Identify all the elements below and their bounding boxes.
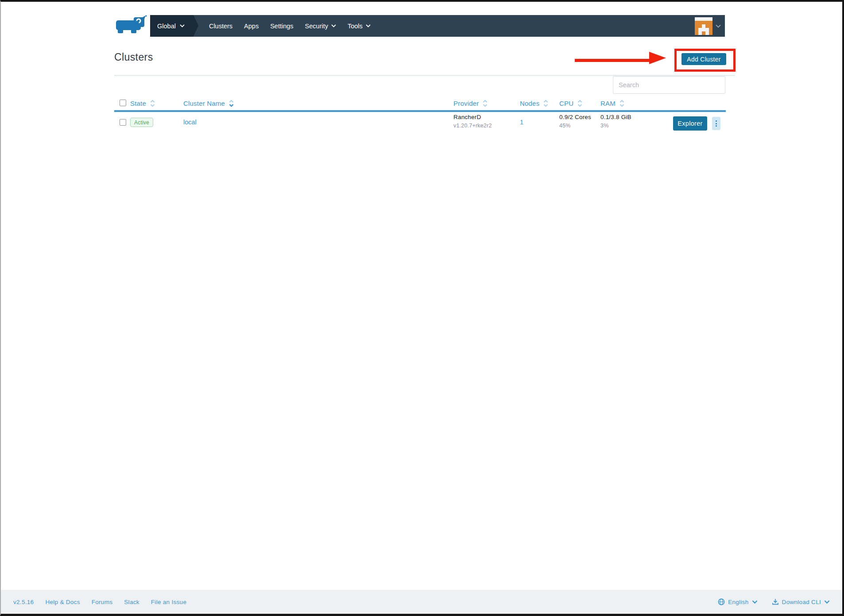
table-header-underline [114, 110, 726, 112]
chevron-down-icon [752, 600, 758, 604]
column-header-ram[interactable]: RAM [600, 100, 625, 107]
footer-link-forums[interactable]: Forums [92, 599, 113, 605]
nav-item-tools[interactable]: Tools [342, 15, 376, 37]
column-label: RAM [600, 100, 616, 107]
column-header-provider[interactable]: Provider [453, 100, 488, 107]
cpu-value: 0.9/2 Cores [559, 114, 591, 120]
column-label: Provider [453, 100, 479, 107]
avatar [695, 17, 712, 35]
language-label: English [728, 599, 748, 605]
nav-global-menu[interactable]: Global [150, 15, 194, 37]
annotation-arrow-head [649, 52, 666, 64]
footer-link-help-docs[interactable]: Help & Docs [45, 599, 80, 605]
sort-icon [619, 100, 625, 107]
sort-icon [543, 100, 549, 107]
nav-item-label: Apps [244, 23, 259, 30]
footer-link-slack[interactable]: Slack [124, 599, 139, 605]
kebab-menu-icon [716, 120, 717, 122]
version-label[interactable]: v2.5.16 [13, 599, 34, 605]
column-label: Nodes [520, 100, 539, 107]
nav-item-apps[interactable]: Apps [238, 15, 264, 37]
sort-icon [482, 100, 488, 107]
provider-value: RancherD [453, 114, 481, 120]
cluster-name-link[interactable]: local [183, 119, 197, 126]
row-checkbox[interactable] [120, 119, 126, 126]
page-title: Clusters [114, 51, 153, 63]
ram-percent: 3% [600, 123, 608, 129]
nav-item-clusters[interactable]: Clusters [203, 15, 238, 37]
nav-item-label: Settings [270, 23, 293, 30]
search-input[interactable] [613, 76, 725, 94]
chevron-down-icon [366, 24, 371, 27]
column-header-cpu[interactable]: CPU [559, 100, 583, 107]
nav-items: Clusters Apps Settings Security Tools [194, 15, 376, 37]
footer-link-file-an-issue[interactable]: File an Issue [151, 599, 186, 605]
rancher-app-window: Global Clusters Apps Settings Security [0, 0, 844, 616]
nav-item-security[interactable]: Security [299, 15, 342, 37]
nav-item-label: Tools [348, 23, 363, 30]
download-cli-menu[interactable]: Download CLI [772, 598, 830, 605]
explorer-button[interactable]: Explorer [673, 116, 707, 131]
column-label: CPU [559, 100, 573, 107]
nodes-count-link[interactable]: 1 [520, 119, 523, 126]
footer: v2.5.16 Help & Docs Forums Slack File an… [1, 590, 842, 614]
ram-value: 0.1/3.8 GiB [600, 114, 631, 120]
column-header-state[interactable]: State [130, 100, 155, 107]
language-selector[interactable]: English [718, 598, 757, 605]
chevron-down-icon [331, 24, 336, 27]
chevron-down-icon [824, 600, 830, 604]
select-all-checkbox[interactable] [120, 100, 126, 106]
status-badge: Active [130, 118, 153, 127]
chevron-down-icon [180, 24, 185, 27]
globe-icon [718, 598, 725, 605]
sort-icon [577, 100, 583, 107]
rancher-logo[interactable] [113, 15, 147, 34]
nav-item-label: Security [305, 23, 328, 30]
column-header-cluster-name[interactable]: Cluster Name [183, 100, 234, 107]
chevron-down-icon [716, 24, 721, 28]
cpu-percent: 45% [559, 123, 571, 129]
sort-icon [150, 100, 155, 107]
top-navbar: Global Clusters Apps Settings Security [150, 15, 725, 37]
download-cli-label: Download CLI [782, 599, 821, 605]
annotation-arrow-line [575, 59, 651, 62]
add-cluster-button[interactable]: Add Cluster [681, 53, 726, 65]
nav-global-label: Global [157, 23, 176, 30]
column-label: State [130, 100, 146, 107]
nav-item-settings[interactable]: Settings [264, 15, 299, 37]
provider-version: v1.20.7+rke2r2 [453, 123, 492, 129]
nav-item-label: Clusters [209, 23, 232, 30]
download-icon [772, 598, 779, 605]
sort-icon [228, 100, 234, 107]
row-menu-button[interactable] [712, 117, 720, 130]
column-label: Cluster Name [183, 100, 225, 107]
column-header-nodes[interactable]: Nodes [520, 100, 549, 107]
user-menu[interactable] [695, 15, 725, 37]
